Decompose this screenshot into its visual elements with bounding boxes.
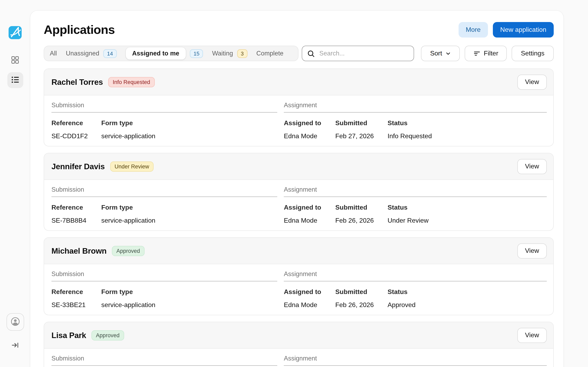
arrow-to-bar-icon [11,341,19,350]
script-a-logo-icon [9,34,22,40]
page-header: Applications More New application [44,22,554,38]
applicant-name: Rachel Torres [52,77,103,87]
card-body: Submission Reference SE-33BE21 Form type… [44,264,553,315]
card-body: Submission Reference SE-CDD1F2 Form type… [44,95,553,146]
divider [284,197,547,197]
applicant-name: Michael Brown [52,246,107,256]
collapse-sidebar-button[interactable] [11,341,19,350]
application-card: Michael Brown Approved View Submission R… [44,237,554,315]
sidebar-item-applications-list[interactable] [7,72,23,88]
column-header: Status [388,203,429,212]
status-badge: Approved [91,330,124,340]
app-logo[interactable] [9,26,22,39]
column-header: Form type [101,119,155,127]
tab-count-badge: 14 [103,49,117,58]
tab-waiting[interactable]: Waiting 3 [212,49,247,58]
assignment-section: Assignment Assigned to Edna Mode Submitt… [284,101,547,140]
view-button[interactable]: View [517,75,547,90]
divider [284,365,547,366]
tab-unassigned[interactable]: Unassigned 14 [66,49,117,58]
toolbar: All Unassigned 14 Assigned to me 15 Wait… [44,46,554,61]
view-button[interactable]: View [517,159,547,174]
assigned-to-value: Edna Mode [284,301,335,309]
status-tabs: All Unassigned 14 Assigned to me 15 Wait… [44,46,298,61]
column-header: Reference [52,288,101,296]
card-header: Lisa Park Approved View [44,322,553,349]
header-actions: More New application [458,22,554,38]
divider [284,112,547,113]
divider [52,197,277,197]
column-header: Submitted [335,203,388,212]
filter-button[interactable]: Filter [465,46,507,61]
grid-icon [11,56,19,65]
tab-count-badge: 15 [190,49,203,58]
column-header: Submitted [335,288,388,296]
submission-section: Submission Reference SE-CDD1F2 Form type… [52,101,277,140]
divider [52,112,277,113]
application-card: Lisa Park Approved View Submission Assig… [44,322,554,367]
column-header: Assigned to [284,119,335,127]
column-header: Submitted [335,119,388,127]
applications-list: Rachel Torres Info Requested View Submis… [44,68,554,367]
submitted-value: Feb 26, 2026 [335,217,388,225]
new-application-button[interactable]: New application [493,22,554,38]
sidebar-item-dashboard[interactable] [11,56,19,64]
reference-value: SE-33BE21 [52,301,101,309]
column-header: Form type [101,288,155,296]
reference-value: SE-CDD1F2 [52,132,101,140]
assigned-to-value: Edna Mode [284,217,335,225]
applicant-name: Jennifer Davis [52,162,105,171]
status-badge: Info Requested [108,77,155,87]
submission-section: Submission Reference SE-33BE21 Form type… [52,270,277,309]
column-header: Status [388,119,432,127]
application-card: Jennifer Davis Under Review View Submiss… [44,153,554,231]
status-badge: Approved [112,246,145,256]
search-box [302,46,414,61]
settings-button[interactable]: Settings [512,46,554,61]
form-type-value: service-application [101,301,155,309]
account-button[interactable] [6,313,24,331]
card-header: Jennifer Davis Under Review View [44,153,553,180]
status-badge: Under Review [110,161,154,171]
form-type-value: service-application [101,217,155,225]
search-input[interactable] [319,49,409,58]
submission-section: Submission Reference SE-7BB8B4 Form type… [52,185,277,225]
column-header: Status [388,288,415,296]
card-body: Submission Reference SE-7BB8B4 Form type… [44,180,553,230]
chevron-down-icon [445,51,450,56]
more-button[interactable]: More [458,22,488,38]
divider [52,365,277,366]
tab-complete[interactable]: Complete [256,50,284,57]
page-title: Applications [44,23,115,37]
application-card: Rachel Torres Info Requested View Submis… [44,68,554,146]
list-icon [11,75,19,85]
applicant-name: Lisa Park [52,331,86,340]
reference-value: SE-7BB8B4 [52,217,101,225]
card-header: Rachel Torres Info Requested View [44,69,553,95]
view-button[interactable]: View [517,328,547,343]
column-header: Reference [52,203,101,212]
application-window: Applications More New application All Un… [0,0,588,367]
assignment-section: Assignment [284,354,547,366]
main-content: Applications More New application All Un… [30,11,563,367]
tab-all[interactable]: All [50,50,57,57]
assignment-section: Assignment Assigned to Edna Mode Submitt… [284,185,547,225]
filter-lines-icon [473,50,480,57]
tab-assigned-to-me[interactable]: Assigned to me 15 [126,47,203,59]
assignment-section: Assignment Assigned to Edna Mode Submitt… [284,270,547,309]
person-circle-icon [10,316,20,328]
status-value: Info Requested [388,132,432,140]
assigned-to-value: Edna Mode [284,132,335,140]
search-icon [307,50,315,57]
sidebar [0,0,30,367]
sort-button[interactable]: Sort [421,46,460,61]
submitted-value: Feb 26, 2026 [335,301,388,309]
card-body: Submission Assignment [44,349,553,367]
divider [284,281,547,281]
submitted-value: Feb 27, 2026 [335,132,388,140]
column-header: Assigned to [284,203,335,212]
column-header: Assigned to [284,288,335,296]
column-header: Reference [52,119,101,127]
view-button[interactable]: View [517,243,547,258]
submission-section: Submission [52,354,277,366]
